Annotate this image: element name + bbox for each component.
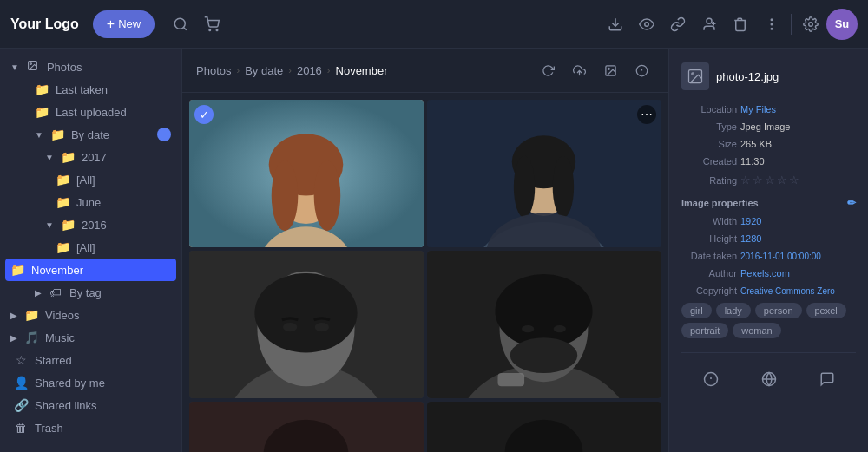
sidebar-item-videos[interactable]: ▶ 📁 Videos [0,304,181,326]
sidebar-item-last-taken[interactable]: 📁 Last taken [0,78,181,101]
photo-cell-6[interactable] [427,402,661,452]
breadcrumb-sep-3: › [327,65,331,75]
detail-header: photo-12.jpg [681,62,856,90]
author-value[interactable]: Pexels.com [740,268,790,278]
location-label: Location [681,104,737,115]
breadcrumb-by-date[interactable]: By date [245,64,283,77]
detail-date-taken-row: Date taken 2016-11-01 00:00:00 [681,251,856,261]
copyright-value[interactable]: Creative Commons Zero [740,286,835,296]
photo-placeholder-6 [427,402,661,452]
tag-pexel[interactable]: pexel [806,303,846,318]
copyright-label: Copyright [681,285,737,296]
breadcrumb-photos[interactable]: Photos [196,64,231,77]
photo-cell-1[interactable]: ✓ [189,100,424,247]
sidebar-item-2016[interactable]: ▼ 📁 2016 [0,213,181,236]
settings-icon[interactable] [795,9,826,40]
sidebar-item-trash[interactable]: 🗑 Trash [0,416,181,439]
user-icon: 👤 [14,376,28,390]
download-icon[interactable] [600,9,631,40]
sidebar-item-by-date[interactable]: ▼ 📁 By date [0,123,181,146]
sidebar-item-starred[interactable]: ☆ Starred [0,349,181,371]
height-value: 1280 [740,233,761,244]
photo-cell-4[interactable] [427,251,661,398]
detail-width-row: Width 1920 [681,216,856,226]
photo-placeholder-5 [189,402,424,452]
detail-comment-icon[interactable] [812,364,843,395]
tag-girl[interactable]: girl [681,303,712,318]
photo-cell-2[interactable]: ⋯ [427,100,661,247]
sidebar-item-2017[interactable]: ▼ 📁 2017 [0,146,181,168]
tag-portrait[interactable]: portrait [681,323,728,338]
sidebar-label-all-2016: [All] [76,241,95,254]
sidebar-item-november[interactable]: 📁 November [5,259,176,281]
breadcrumb-2016[interactable]: 2016 [297,64,322,77]
link-icon[interactable] [662,9,694,40]
info-icon[interactable] [628,57,654,83]
sidebar-item-by-tag[interactable]: ▶ 🏷 By tag [0,281,181,304]
rating-label: Rating [681,175,737,186]
sidebar-item-all-2016[interactable]: 📁 [All] [0,236,181,259]
detail-panel: photo-12.jpg Location My Files Type Jpeg… [668,49,868,452]
detail-location-row: Location My Files [681,104,856,115]
sidebar-item-photos[interactable]: ▼ Photos [0,56,181,78]
sidebar-item-music[interactable]: ▶ 🎵 Music [0,326,181,349]
edit-props-icon[interactable]: ✏ [847,197,856,209]
star-5[interactable]: ☆ [789,174,799,187]
expand-icon: ▼ [10,62,19,72]
svg-point-47 [510,337,577,373]
tag-lady[interactable]: lady [716,303,751,318]
folder-icon: 📁 [35,105,49,119]
avatar[interactable]: Su [826,9,858,40]
size-label: Size [681,139,737,149]
tag-person[interactable]: person [755,303,802,318]
sidebar-item-last-uploaded[interactable]: 📁 Last uploaded [0,101,181,123]
sidebar-label-2016: 2016 [82,219,107,232]
location-value[interactable]: My Files [740,104,776,115]
add-user-icon[interactable] [694,9,725,40]
cart-icon[interactable] [196,9,227,40]
photo-cell-3[interactable] [189,251,424,398]
sidebar-item-shared-links[interactable]: 🔗 Shared links [0,394,181,416]
width-value: 1920 [740,216,761,226]
tag-woman[interactable]: woman [733,323,780,338]
sidebar-label-november: November [31,264,83,277]
tag-icon: 🏷 [49,285,62,299]
star-rating[interactable]: ☆ ☆ ☆ ☆ ☆ [740,174,799,187]
photo-check-1: ✓ [194,105,214,124]
more-icon[interactable] [756,9,787,40]
star-4[interactable]: ☆ [777,174,787,187]
date-taken-value: 2016-11-01 00:00:00 [740,252,821,261]
star-2[interactable]: ☆ [753,174,763,187]
photo-cell-5[interactable] [189,402,424,452]
sidebar-label-by-tag: By tag [69,286,102,299]
sidebar-label-last-uploaded: Last uploaded [56,106,127,119]
detail-file-icon [681,62,709,90]
svg-point-25 [272,160,299,232]
detail-author-row: Author Pexels.com [681,268,856,278]
detail-globe-icon[interactable] [753,364,785,395]
breadcrumb: Photos › By date › 2016 › November [182,49,668,93]
folder-icon: 📁 [61,150,75,164]
refresh-icon[interactable] [535,57,561,83]
upload-icon[interactable] [566,57,592,83]
eye-icon[interactable] [631,9,662,40]
svg-point-26 [314,160,341,232]
width-label: Width [681,216,737,226]
date-taken-label: Date taken [681,251,737,261]
photo-more-2[interactable]: ⋯ [637,105,656,124]
star-3[interactable]: ☆ [765,174,775,187]
search-icon[interactable] [165,9,196,40]
detail-type-row: Type Jpeg Image [681,121,856,132]
expand-icon: ▶ [35,288,42,298]
trash-icon[interactable] [725,9,756,40]
sidebar-item-shared-by-me[interactable]: 👤 Shared by me [0,371,181,394]
folder-icon: 📁 [50,128,64,141]
sidebar-item-june[interactable]: 📁 June [0,191,181,213]
detail-info-icon[interactable] [695,364,727,395]
star-1[interactable]: ☆ [740,174,751,187]
sidebar-item-all-2017[interactable]: 📁 [All] [0,168,181,191]
expand-icon: ▼ [45,153,54,162]
image-view-icon[interactable] [597,57,623,83]
new-button[interactable]: + New [93,10,155,38]
folder-icon: 📁 [24,308,38,322]
